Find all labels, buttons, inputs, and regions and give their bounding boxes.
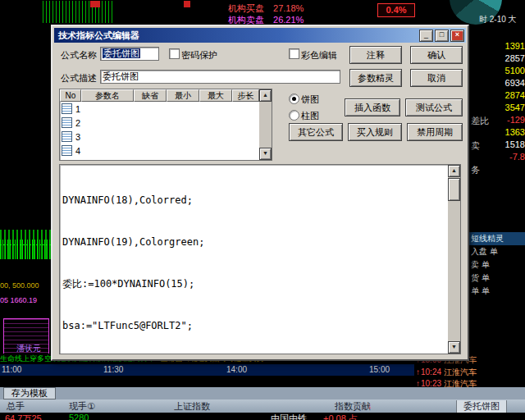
minimize-button[interactable]: _ <box>419 30 433 42</box>
dialog-title: 技术指标公式编辑器 <box>58 30 418 42</box>
quote-value: 3547 <box>505 103 525 112</box>
code-line: DYNAINFO(18),Colorred; <box>62 194 446 208</box>
timeline-label: 14:00 <box>226 365 247 374</box>
footer-ticker: 64.7万25 5280 中国中铁 +0.08 占 <box>0 413 525 420</box>
param-table-row[interactable]: 4 <box>60 144 272 158</box>
param-row-number: 2 <box>75 118 80 128</box>
param-wizard-button[interactable]: 参数精灵 <box>349 69 402 87</box>
toolbar-item-weituo-pie[interactable]: 委托饼图 <box>456 400 507 413</box>
quote-row: 2874 <box>469 90 525 100</box>
volume-bars <box>0 240 51 259</box>
quote-value: 1363 <box>505 127 525 137</box>
close-button[interactable]: × <box>450 30 464 42</box>
template-bar: 存为模板 <box>0 387 525 399</box>
dialog-titlebar[interactable]: 技术指标公式编辑器 _ □ × <box>54 28 466 43</box>
cancel-button[interactable]: 取消 <box>410 69 463 87</box>
scroll-up-button[interactable]: ▲ <box>259 89 272 102</box>
right-quote-panel: 1391 2857 5100 6934 2874 3547 差比-129 136… <box>469 25 525 364</box>
code-line: DYNAINFO(19),Colorgreen; <box>62 235 446 249</box>
trading-app-screen: 机构买盘 27.18% 机构卖盘 26.21% 0.4% 时 2-10 大 00… <box>0 0 525 420</box>
up-arrow-icon: ↑ <box>416 368 420 377</box>
red-marker-icon <box>184 1 190 7</box>
parameter-icon <box>62 103 72 114</box>
scrollbar-thumb[interactable] <box>448 178 460 201</box>
axis-label: 05 1660.19 <box>0 296 37 304</box>
param-header-min: 最小 <box>167 89 199 102</box>
template-tab[interactable]: 存为模板 <box>3 387 56 399</box>
pie-radio[interactable] <box>289 94 299 104</box>
shortline-panel-row: 入盘 单 <box>471 246 498 258</box>
quote-label: 务 <box>471 164 480 176</box>
quote-row: -7.8 <box>469 152 525 162</box>
timeline-label: 11:30 <box>103 365 123 374</box>
quote-value: -129 <box>507 115 525 127</box>
shortline-panel-row: 单 单 <box>471 285 490 297</box>
event-time: 10:24 <box>421 368 441 377</box>
bar-radio[interactable] <box>289 110 299 121</box>
formula-desc-input[interactable]: 委托饼图 <box>100 70 340 84</box>
toolbar-item-zongshou[interactable]: 总手 <box>7 400 25 413</box>
quote-row: 1391 <box>469 41 525 51</box>
quote-row: 务 <box>469 164 525 176</box>
toolbar-item-contrib[interactable]: 指数贡献 <box>335 400 371 413</box>
bottom-toolbar: 总手 现手① 上证指数 指数贡献 ↓ 委托饼图 <box>0 399 525 413</box>
bar-radio-label: 柱图 <box>301 110 319 122</box>
insert-function-button[interactable]: 插入函数 <box>345 98 400 116</box>
scroll-up-button[interactable]: ▲ <box>448 165 460 177</box>
quote-value: 2857 <box>505 53 525 63</box>
quote-value: 1391 <box>505 41 525 51</box>
formula-name-input[interactable]: 委托饼图 <box>100 47 159 61</box>
quote-value: 5100 <box>505 66 525 75</box>
maximize-button[interactable]: □ <box>435 30 449 42</box>
password-checkbox[interactable] <box>169 48 180 59</box>
quote-value: 2874 <box>505 90 525 100</box>
shortline-panel-row: 货 单 <box>471 272 490 284</box>
color-edit-checkbox[interactable] <box>289 48 299 59</box>
param-row-number: 4 <box>75 146 80 156</box>
buy-rule-button[interactable]: 买入规则 <box>348 123 402 141</box>
time-axis: 11:00 11:30 14:00 15:00 <box>0 364 414 376</box>
quote-value: -7.8 <box>509 152 525 162</box>
code-line: bsa:="LTFunc5@FORLT2"; <box>62 319 446 333</box>
toolbar-item-index[interactable]: 上证指数 <box>174 400 210 413</box>
param-header-name: 参数名 <box>81 89 134 102</box>
quote-value: 1518 <box>505 139 525 152</box>
disable-period-button[interactable]: 禁用周期 <box>407 123 463 141</box>
footer-total-volume: 64.7万25 <box>5 413 42 420</box>
formula-code-editor[interactable]: DYNAINFO(18),Colorred; DYNAINFO(19),Colo… <box>59 164 461 354</box>
confirm-button[interactable]: 确认 <box>410 46 463 64</box>
institution-sell-label: 机构卖盘 <box>228 15 264 25</box>
toolbar-item-xianshou[interactable]: 现手① <box>69 400 95 413</box>
param-table-row[interactable]: 3 <box>60 130 272 144</box>
top-strip: 机构买盘 27.18% 机构卖盘 26.21% 0.4% 时 2-10 大 <box>0 0 525 25</box>
event-row[interactable]: ↑10:24江淮汽车 <box>416 367 477 378</box>
other-formula-button[interactable]: 其它公式 <box>289 123 343 141</box>
quote-label: 差比 <box>471 115 489 127</box>
param-table-scrollbar[interactable]: ▲ ▼ <box>259 89 272 160</box>
formula-name-value: 委托饼图 <box>103 48 140 58</box>
pie-caption: 时 2-10 大 <box>479 14 517 25</box>
comment-button[interactable]: 注释 <box>349 46 402 64</box>
param-header-step: 步长 <box>232 89 259 102</box>
axis-label: 00, 500.000 <box>0 281 39 290</box>
scroll-down-button[interactable]: ▼ <box>259 148 272 160</box>
param-header-no: No <box>60 89 81 102</box>
code-editor-scrollbar[interactable]: ▲ ▼ <box>448 165 460 354</box>
scroll-down-button[interactable]: ▼ <box>448 341 460 354</box>
formula-desc-value: 委托饼图 <box>103 71 139 81</box>
test-formula-button[interactable]: 测试公式 <box>405 98 463 116</box>
shortline-panel-row: 卖 单 <box>471 259 490 271</box>
quote-row: 卖1518 <box>469 139 525 152</box>
quote-row: 2857 <box>469 53 525 63</box>
left-chart-area: 00, 500.000 05 1660.19 潘状元 <box>0 25 51 364</box>
param-table: No 参数名 缺省 最小 最大 步长 1 2 3 4 ▲ ▼ <box>59 89 272 161</box>
param-table-row[interactable]: 1 <box>60 102 272 116</box>
event-stock-name: 江淮汽车 <box>444 368 477 377</box>
param-table-row[interactable]: 2 <box>60 116 272 130</box>
watermark-text: 潘状元 <box>16 343 41 354</box>
down-arrow-icon[interactable]: ↓ <box>368 400 372 410</box>
param-header-max: 最大 <box>199 89 232 102</box>
password-label: 密码保护 <box>181 49 217 62</box>
institution-sell-row: 机构卖盘 26.21% <box>228 14 304 25</box>
pie-radio-label: 饼图 <box>301 94 319 106</box>
